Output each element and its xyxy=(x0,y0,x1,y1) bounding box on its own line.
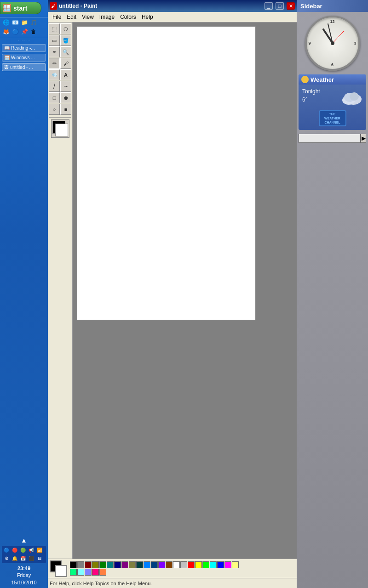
paint-canvas[interactable] xyxy=(76,26,256,320)
color-blue[interactable] xyxy=(217,561,224,568)
calendar-icon[interactable]: 📅 xyxy=(19,555,27,562)
background-color xyxy=(55,124,68,136)
color-black[interactable] xyxy=(70,561,77,568)
color-dark-teal[interactable] xyxy=(136,561,143,568)
line-tool[interactable]: / xyxy=(49,81,60,92)
color-dark-red[interactable] xyxy=(85,561,92,568)
wifi-icon[interactable]: 📶 xyxy=(36,547,43,554)
pencil-tool[interactable]: ✏ xyxy=(49,58,60,69)
color-navy[interactable] xyxy=(114,561,121,568)
color-cyan[interactable] xyxy=(210,561,217,568)
weather-info: Tonight 6° xyxy=(302,87,320,104)
weather-header: Weather xyxy=(299,74,366,85)
color-magenta[interactable] xyxy=(224,561,231,568)
color-light-blue[interactable] xyxy=(144,561,150,568)
sidebar-search-input[interactable] xyxy=(299,134,361,143)
select-rect-tool[interactable]: ⬚ xyxy=(49,23,60,34)
bg-color-display[interactable] xyxy=(55,565,67,577)
menu-view[interactable]: View xyxy=(79,13,97,21)
color-yellow[interactable] xyxy=(195,561,202,568)
color-teal[interactable] xyxy=(107,561,114,568)
clock-area[interactable]: 23:49 Friday 15/10/2010 xyxy=(2,565,46,586)
color-swatch[interactable] xyxy=(51,119,69,138)
color-olive2[interactable] xyxy=(129,561,136,568)
polygon-tool[interactable]: ⬟ xyxy=(60,92,71,103)
tools-panel: ⬚ ⬡ ▭ 🪣 ✒ 🔍 ✏ 🖌 💨 A xyxy=(48,23,73,559)
color-dark-green[interactable] xyxy=(99,561,106,568)
color-gray[interactable] xyxy=(77,561,84,568)
color-silver[interactable] xyxy=(180,561,187,568)
reading-icon: 📖 xyxy=(4,45,10,51)
menu-colors[interactable]: Colors xyxy=(117,13,139,21)
color-purple[interactable] xyxy=(121,561,128,568)
rect-outline-tool[interactable]: □ xyxy=(49,92,60,103)
recycle-icon[interactable]: 🗑 xyxy=(29,28,38,36)
color-olive[interactable] xyxy=(92,561,99,568)
rect-fill-tool[interactable]: ■ xyxy=(60,104,71,115)
color-periwinkle[interactable] xyxy=(85,569,92,576)
scroll-up-icon[interactable]: ▲ xyxy=(21,537,27,544)
clock-widget: 12 3 6 9 xyxy=(297,12,368,74)
weather-channel-logo[interactable]: THEWEATHERCHANNEL xyxy=(319,110,346,126)
media-icon[interactable]: 🎵 xyxy=(29,18,38,27)
reading-label: Reading -... xyxy=(11,45,35,51)
color-brown[interactable] xyxy=(166,561,172,568)
text-tool[interactable]: A xyxy=(60,69,71,80)
brush-tool[interactable]: 🖌 xyxy=(60,58,71,69)
close-button[interactable]: ✕ xyxy=(287,2,295,10)
canvas-area[interactable] xyxy=(73,23,297,559)
color-hot-pink[interactable] xyxy=(92,569,99,576)
menu-image[interactable]: Image xyxy=(97,13,117,21)
network-icon[interactable]: 🟢 xyxy=(19,547,27,554)
sidebar: Sidebar 12 3 6 9 Weather xyxy=(297,0,368,588)
windows-label: Windows ... xyxy=(11,55,35,60)
start-button[interactable]: 🪟 start xyxy=(0,2,41,14)
maximize-button[interactable]: □ xyxy=(276,2,284,10)
speaker-icon[interactable]: 🔴 xyxy=(11,547,18,554)
tray-icon2[interactable]: ⚙ xyxy=(3,555,10,562)
taskbar-btn-paint[interactable]: 🖼 untitled - ... xyxy=(2,63,46,71)
color-spring-green[interactable] xyxy=(70,569,77,576)
color-white[interactable] xyxy=(173,561,180,568)
tray-icon3[interactable]: 🔔 xyxy=(11,555,18,562)
airbrush-tool[interactable]: 💨 xyxy=(49,69,60,80)
taskbar-btn-windows[interactable]: 🪟 Windows ... xyxy=(2,54,46,62)
color-light-yellow[interactable] xyxy=(232,561,239,568)
minimize-button[interactable]: _ xyxy=(264,2,273,10)
color-light-cyan[interactable] xyxy=(77,569,84,576)
tool-options xyxy=(49,117,71,138)
magnify-tool[interactable]: 🔍 xyxy=(60,46,71,57)
paint-label: untitled - ... xyxy=(10,65,33,70)
menu-file[interactable]: File xyxy=(50,13,64,21)
bluetooth-icon[interactable]: 🔵 xyxy=(3,547,10,554)
ff-icon[interactable]: 🦊 xyxy=(2,28,10,36)
unknown-icon[interactable]: 📌 xyxy=(20,28,29,36)
tray-icon5[interactable]: 🖥 xyxy=(36,555,43,562)
chrome-icon[interactable]: 🔵 xyxy=(11,28,19,36)
color-lime[interactable] xyxy=(202,561,209,568)
email-icon[interactable]: 📧 xyxy=(11,18,19,27)
menu-edit[interactable]: Edit xyxy=(64,13,79,21)
paint-window-container: 🖌 untitled - Paint _ □ ✕ File Edit View … xyxy=(48,0,297,588)
color-dark-blue2[interactable] xyxy=(151,561,158,568)
bezier-tool[interactable]: ~ xyxy=(60,81,71,92)
folder-icon[interactable]: 📁 xyxy=(20,18,29,27)
ie-icon[interactable]: 🌐 xyxy=(2,18,10,27)
windows-icon: 🪟 xyxy=(4,55,10,60)
palette-grid xyxy=(70,561,245,576)
eraser-tool[interactable]: ▭ xyxy=(49,35,60,46)
color-violet[interactable] xyxy=(158,561,165,568)
status-text: For Help, click Help Topics on the Help … xyxy=(50,581,152,586)
ellipse-tool[interactable]: ○ xyxy=(49,104,60,115)
tray-icon4[interactable]: ⬛ xyxy=(28,555,35,562)
color-orange[interactable] xyxy=(99,569,106,576)
pick-color-tool[interactable]: ✒ xyxy=(49,46,60,57)
select-free-tool[interactable]: ⬡ xyxy=(60,23,71,34)
fill-tool[interactable]: 🪣 xyxy=(60,35,71,46)
color-red[interactable] xyxy=(188,561,195,568)
vol-icon[interactable]: 📢 xyxy=(28,547,35,554)
taskbar-btn-reading[interactable]: 📖 Reading -... xyxy=(2,44,46,52)
sidebar-search-button[interactable]: ▶ xyxy=(361,134,366,143)
weather-content: Tonight 6° xyxy=(299,85,366,107)
menu-help[interactable]: Help xyxy=(139,13,156,21)
